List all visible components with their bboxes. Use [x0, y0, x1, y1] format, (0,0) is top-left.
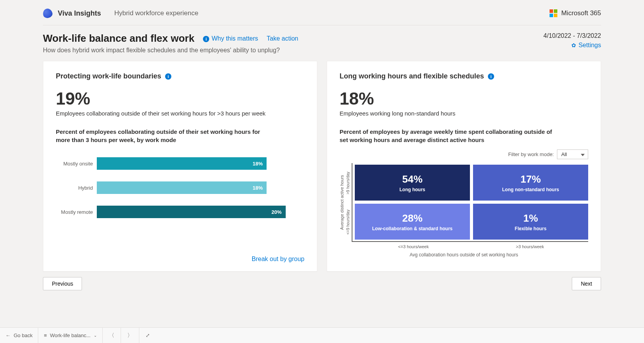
ms365-label: Microsoft 365 [561, 9, 601, 17]
brand-title: Viva Insights [58, 9, 101, 18]
quadrant-cell: 17%Long non-standard hours [473, 165, 588, 201]
microsoft-logo-icon [550, 9, 557, 17]
bar-category-label: Hybrid [56, 185, 97, 191]
filter-label: Filter by work mode: [508, 151, 554, 157]
ms365-brand: Microsoft 365 [550, 9, 601, 17]
headline-percent: 18% [340, 89, 588, 108]
quadrant-label: Long non-standard hours [502, 187, 559, 192]
bar-chart: Mostly onsite18%Hybrid18%Mostly remote20… [56, 157, 304, 218]
y-axis-label: Average distinct active hours [340, 163, 344, 242]
x-tick-right: >3 hours/week [472, 242, 589, 249]
breadcrumb-dropdown[interactable]: ≡ Work-life balanc... ⌄ [38, 328, 102, 343]
quadrant-label: Low-collaboration & standard hours [372, 226, 452, 231]
brand: Viva Insights [43, 9, 101, 18]
bar-category-label: Mostly onsite [56, 161, 97, 167]
next-button[interactable]: Next [572, 277, 601, 290]
quadrant-cell: 1%Flexible hours [473, 204, 588, 240]
card-title: Protecting work-life boundaries [56, 72, 161, 80]
quadrant-cell: 54%Long hours [355, 165, 470, 201]
bar-row: Mostly remote20% [56, 206, 304, 218]
settings-link[interactable]: ✿ Settings [543, 42, 601, 49]
quadrant-percent: 54% [402, 173, 422, 185]
why-this-matters-link[interactable]: iWhy this matters [203, 35, 258, 42]
card-title: Long working hours and flexible schedule… [340, 72, 484, 80]
chevron-down-icon: ⌄ [94, 333, 97, 338]
header-subtitle: Hybrid workforce experience [114, 9, 198, 17]
info-icon: i [203, 36, 209, 42]
info-icon[interactable]: i [488, 73, 494, 80]
quadrant-label: Long hours [400, 187, 425, 192]
headline-percent: 19% [56, 89, 304, 108]
x-axis-label: Avg collaboration hours outside of set w… [340, 252, 588, 258]
card-protecting-boundaries: Protecting work-life boundaries i 19% Em… [43, 61, 317, 272]
quadrant-percent: 17% [520, 173, 541, 185]
break-out-by-group-link[interactable]: Break out by group [252, 256, 304, 263]
collapse-icon: ⤢ [146, 332, 150, 338]
quadrant-percent: 1% [523, 212, 538, 224]
bar-category-label: Mostly remote [56, 209, 97, 215]
chevron-left-icon: 〈 [109, 332, 114, 339]
headline-desc: Employees working long non-standard hour… [340, 110, 588, 117]
chevron-right-icon: 〉 [127, 332, 133, 339]
work-mode-filter-select[interactable]: All [557, 149, 588, 159]
arrow-left-icon: ← [5, 332, 11, 338]
quadrant-label: Flexible hours [515, 226, 546, 231]
x-tick-left: <=3 hours/week [355, 242, 472, 249]
bottom-nav-bar: ← Go back ≡ Work-life balanc... ⌄ 〈 〉 ⤢ [0, 327, 644, 343]
y-tick-high: >9 hours/day [344, 163, 352, 203]
quadrant-percent: 28% [402, 212, 422, 224]
take-action-link[interactable]: Take action [267, 35, 298, 42]
chart-description: Percent of employees by average weekly t… [340, 128, 558, 144]
quadrant-cell: 28%Low-collaboration & standard hours [355, 204, 470, 240]
page-title: Work-life balance and flex work [43, 32, 194, 44]
chart-description: Percent of employees collaborating outsi… [56, 128, 274, 144]
date-range: 4/10/2022 - 7/3/2022 [543, 32, 601, 39]
headline-desc: Employees collaborating outside of their… [56, 110, 304, 117]
quadrant-chart: 54%Long hours17%Long non-standard hours2… [352, 163, 588, 242]
list-icon: ≡ [44, 332, 47, 338]
viva-insights-icon [42, 7, 53, 19]
bar-fill: 18% [97, 157, 267, 170]
previous-button[interactable]: Previous [43, 277, 82, 290]
page-subtitle: How does hybrid work impact flexible sch… [43, 47, 298, 54]
gear-icon: ✿ [571, 42, 576, 48]
bar-row: Hybrid18% [56, 181, 304, 194]
nav-prev-button[interactable]: 〈 [103, 328, 121, 343]
collapse-button[interactable]: ⤢ [139, 328, 156, 343]
go-back-button[interactable]: ← Go back [0, 328, 38, 343]
bar-fill: 18% [97, 181, 267, 194]
card-long-working-hours: Long working hours and flexible schedule… [327, 61, 601, 272]
y-tick-low: <=9 hours/day [344, 203, 352, 242]
app-header: Viva Insights Hybrid workforce experienc… [43, 0, 601, 25]
bar-fill: 20% [97, 206, 286, 218]
info-icon[interactable]: i [165, 73, 171, 80]
nav-next-button[interactable]: 〉 [121, 328, 139, 343]
bar-row: Mostly onsite18% [56, 157, 304, 170]
